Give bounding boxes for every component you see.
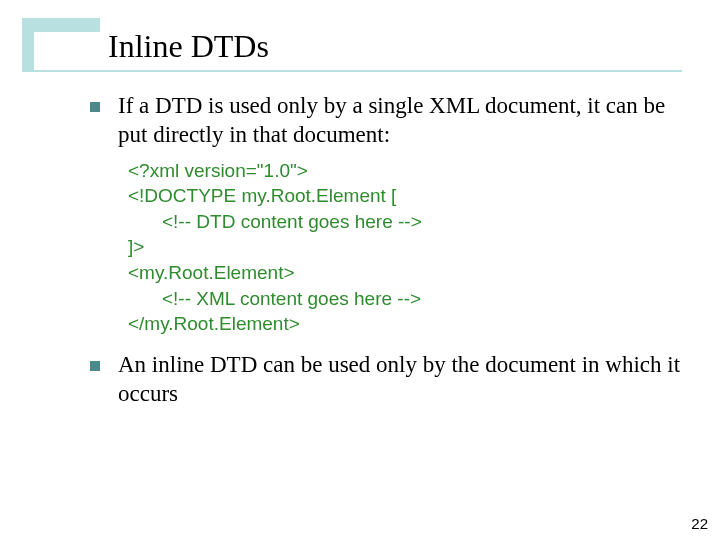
title-bar: Inline DTDs <box>0 18 720 72</box>
bullet-item: An inline DTD can be used only by the do… <box>90 351 690 409</box>
code-line: <!-- XML content goes here --> <box>128 286 690 312</box>
bullet-square-icon <box>90 361 100 371</box>
code-line: <!-- DTD content goes here --> <box>128 209 690 235</box>
page-number: 22 <box>691 515 708 532</box>
title-accent-decoration <box>22 32 34 70</box>
code-block: <?xml version="1.0"> <!DOCTYPE my.Root.E… <box>128 158 690 337</box>
bullet-item: If a DTD is used only by a single XML do… <box>90 92 690 150</box>
slide-title: Inline DTDs <box>108 28 269 65</box>
bullet-square-icon <box>90 102 100 112</box>
title-accent-decoration <box>22 18 100 32</box>
slide-content: If a DTD is used only by a single XML do… <box>90 92 690 416</box>
bullet-text: If a DTD is used only by a single XML do… <box>118 92 690 150</box>
code-line: <my.Root.Element> <box>128 260 690 286</box>
code-line: </my.Root.Element> <box>128 311 690 337</box>
title-underline-decoration <box>22 70 682 72</box>
code-line: <!DOCTYPE my.Root.Element [ <box>128 183 690 209</box>
code-line: <?xml version="1.0"> <box>128 158 690 184</box>
code-line: ]> <box>128 234 690 260</box>
bullet-text: An inline DTD can be used only by the do… <box>118 351 690 409</box>
